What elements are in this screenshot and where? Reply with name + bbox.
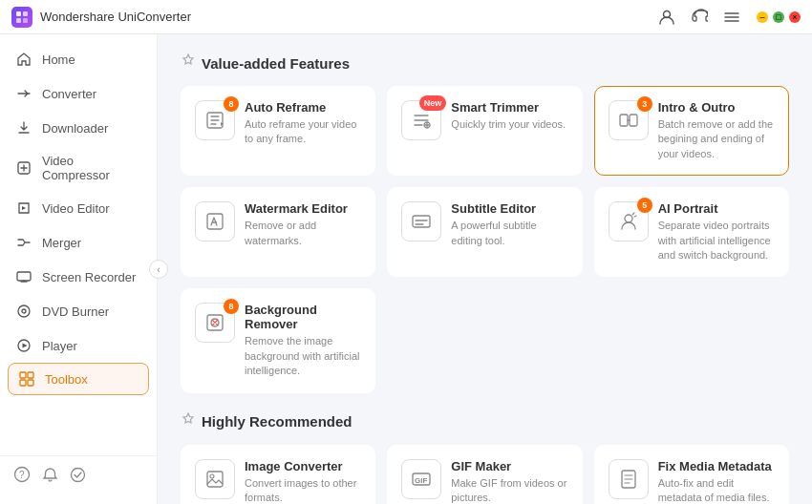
card-fix-media-metadata[interactable]: Fix Media Metadata Auto-fix and edit met… — [594, 445, 789, 504]
value-added-grid: 8 Auto Reframe Auto reframe your video t… — [181, 86, 789, 393]
card-title-intro-outro: Intro & Outro — [658, 100, 775, 115]
svg-text:GIF: GIF — [415, 476, 427, 485]
svg-text:?: ? — [19, 470, 25, 480]
card-icon-image-converter — [195, 459, 235, 499]
card-title-watermark-editor: Watermark Editor — [245, 201, 361, 216]
svg-rect-16 — [28, 380, 33, 386]
sidebar-item-toolbox[interactable]: Toolbox — [8, 363, 149, 395]
home-icon — [15, 51, 32, 68]
card-desc-intro-outro: Batch remove or add the begining and end… — [658, 117, 775, 161]
recommended-grid: Image Converter Convert images to other … — [181, 445, 789, 504]
card-image-converter[interactable]: Image Converter Convert images to other … — [181, 445, 375, 504]
card-icon-subtitle-editor — [401, 201, 441, 242]
svg-point-30 — [210, 474, 214, 478]
app-body: Home Converter Downloader Video Compress… — [0, 34, 812, 504]
card-auto-reframe[interactable]: 8 Auto Reframe Auto reframe your video t… — [181, 86, 375, 176]
sidebar-label-video-compressor: Video Compressor — [42, 154, 141, 182]
card-desc-subtitle-editor: A powerful subtitle editing tool. — [451, 219, 567, 248]
value-added-section-title: Value-added Features — [181, 53, 789, 73]
feedback-icon[interactable] — [70, 467, 86, 487]
card-desc-background-remover: Remove the image background with artific… — [245, 334, 361, 378]
video-editor-icon — [15, 200, 32, 217]
sidebar-item-home[interactable]: Home — [0, 42, 157, 76]
sidebar-item-dvd-burner[interactable]: DVD Burner — [0, 294, 157, 328]
badge-count: 8 — [224, 96, 239, 112]
card-intro-outro[interactable]: 3 Intro & Outro Batch remove or add the … — [594, 86, 789, 176]
help-icon[interactable]: ? — [13, 466, 31, 487]
card-desc-smart-trimmer: Quickly trim your videos. — [451, 117, 567, 132]
card-title-auto-reframe: Auto Reframe — [245, 100, 361, 115]
titlebar-actions: – □ × — [653, 4, 801, 31]
video-compressor-icon — [15, 159, 32, 177]
close-btn[interactable]: × — [789, 11, 801, 23]
svg-rect-25 — [413, 216, 430, 227]
card-desc-auto-reframe: Auto reframe your video to any frame. — [245, 117, 361, 147]
headset-icon-btn[interactable] — [686, 4, 713, 31]
sidebar-label-player: Player — [42, 339, 77, 353]
app-logo — [11, 7, 32, 28]
card-icon-gif-maker: GIF — [401, 459, 441, 499]
app-title: Wondershare UniConverter — [40, 10, 653, 24]
menu-icon-btn[interactable] — [718, 4, 745, 31]
dvd-burner-icon — [15, 303, 32, 320]
card-title-image-converter: Image Converter — [245, 459, 361, 473]
svg-rect-15 — [20, 380, 26, 386]
card-icon-watermark-editor — [195, 201, 235, 242]
svg-point-10 — [18, 305, 30, 317]
card-title-background-remover: Background Remover — [245, 303, 361, 331]
player-icon — [15, 337, 32, 354]
sidebar-label-dvd-burner: DVD Burner — [42, 304, 109, 319]
svg-point-11 — [22, 309, 26, 313]
sidebar-item-video-compressor[interactable]: Video Compressor — [0, 145, 157, 191]
sidebar-collapse-btn[interactable]: ‹ — [149, 260, 168, 279]
card-smart-trimmer[interactable]: New Smart Trimmer Quickly trim your vide… — [387, 86, 582, 176]
card-ai-portrait[interactable]: 5 AI Portrait Separate video portraits w… — [594, 187, 789, 277]
maximize-btn[interactable]: □ — [773, 11, 784, 23]
svg-rect-13 — [20, 372, 26, 378]
card-icon-ai-portrait: 5 — [609, 201, 649, 242]
card-title-fix-media-metadata: Fix Media Metadata — [658, 459, 775, 473]
sidebar-item-screen-recorder[interactable]: Screen Recorder — [0, 260, 157, 294]
sidebar-item-player[interactable]: Player — [0, 328, 157, 363]
sidebar-label-converter: Converter — [42, 87, 96, 101]
bell-icon[interactable] — [42, 467, 58, 487]
titlebar: Wondershare UniConverter – □ × — [0, 0, 812, 34]
screen-recorder-icon — [15, 268, 32, 285]
svg-rect-29 — [207, 472, 223, 487]
svg-rect-3 — [23, 18, 28, 23]
sidebar-item-video-editor[interactable]: Video Editor — [0, 191, 157, 225]
svg-point-19 — [72, 468, 85, 481]
badge-count: 5 — [637, 198, 652, 213]
svg-point-26 — [625, 215, 632, 222]
recommended-icon — [181, 412, 196, 431]
card-gif-maker[interactable]: GIF GIF Maker Make GIF from videos or pi… — [387, 445, 582, 504]
sidebar: Home Converter Downloader Video Compress… — [0, 34, 158, 504]
svg-rect-0 — [16, 11, 21, 16]
card-title-subtitle-editor: Subtitle Editor — [451, 201, 567, 216]
card-icon-intro-outro: 3 — [609, 100, 649, 140]
card-desc-fix-media-metadata: Auto-fix and edit metadata of media file… — [658, 476, 775, 504]
sidebar-item-converter[interactable]: Converter — [0, 76, 157, 111]
card-watermark-editor[interactable]: Watermark Editor Remove or add watermark… — [181, 187, 375, 277]
card-title-ai-portrait: AI Portrait — [658, 201, 775, 216]
minimize-btn[interactable]: – — [757, 11, 768, 23]
card-background-remover[interactable]: 8 Background Remover Remove the image ba… — [181, 288, 375, 392]
card-icon-fix-media-metadata — [609, 459, 649, 499]
main-content: Value-added Features 8 Auto Reframe Auto… — [158, 34, 812, 504]
sidebar-footer: ? — [0, 455, 157, 496]
svg-rect-14 — [28, 372, 33, 378]
sidebar-item-merger[interactable]: Merger — [0, 225, 157, 260]
sidebar-item-downloader[interactable]: Downloader — [0, 111, 157, 145]
window-controls: – □ × — [757, 11, 801, 23]
badge-count: 8 — [224, 299, 239, 314]
card-icon-background-remover: 8 — [195, 303, 235, 343]
badge-new: New — [419, 95, 447, 111]
svg-rect-2 — [16, 18, 21, 23]
sidebar-label-toolbox: Toolbox — [45, 372, 88, 387]
downloader-icon — [15, 119, 32, 136]
user-icon-btn[interactable] — [653, 4, 680, 31]
card-subtitle-editor[interactable]: Subtitle Editor A powerful subtitle edit… — [387, 187, 582, 277]
section-icon — [181, 53, 196, 73]
svg-rect-22 — [620, 115, 628, 126]
card-title-smart-trimmer: Smart Trimmer — [451, 100, 567, 115]
